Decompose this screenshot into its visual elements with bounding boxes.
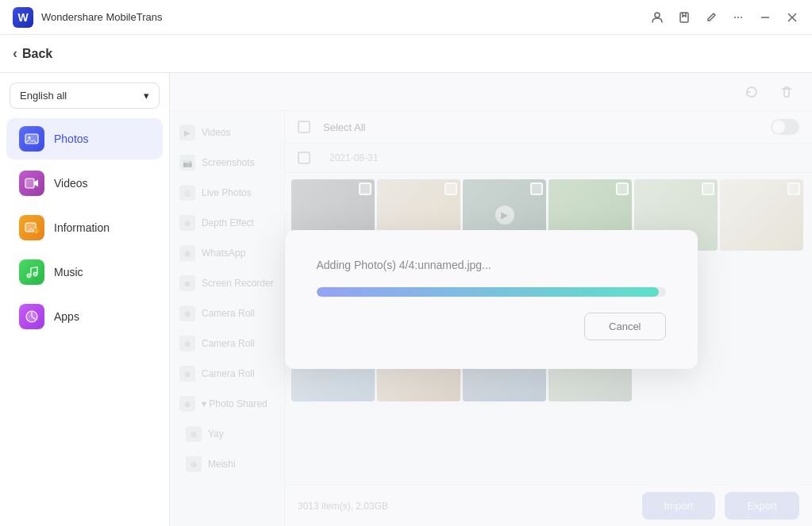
photos-icon — [19, 126, 44, 152]
back-bar: ‹ Back — [0, 35, 812, 73]
dropdown-label: English all — [20, 90, 67, 102]
user-icon[interactable] — [650, 10, 664, 25]
app-logo: W — [13, 7, 33, 28]
sidebar: English all ▾ Photos Videos — [0, 73, 170, 526]
svg-point-0 — [655, 13, 660, 17]
close-icon[interactable] — [785, 10, 799, 25]
dialog-message: Adding Photo(s) 4/4:unnamed.jpg... — [317, 259, 491, 271]
music-icon — [19, 259, 44, 285]
videos-label: Videos — [54, 177, 88, 190]
svg-text:i: i — [36, 230, 37, 234]
edit-icon[interactable] — [704, 10, 718, 25]
svg-point-4 — [741, 17, 742, 18]
logo-letter: W — [17, 11, 28, 24]
svg-point-9 — [29, 136, 31, 139]
back-label: Back — [22, 47, 52, 61]
main-layout: English all ▾ Photos Videos — [0, 73, 812, 526]
sidebar-item-apps[interactable]: Apps — [6, 296, 163, 337]
window-controls — [650, 10, 799, 25]
photos-label: Photos — [54, 132, 89, 145]
info-icon: i — [19, 215, 44, 240]
apps-label: Apps — [54, 310, 79, 323]
svg-rect-10 — [25, 179, 34, 188]
back-arrow: ‹ — [13, 45, 17, 62]
progress-dialog: Adding Photo(s) 4/4:unnamed.jpg... Cance… — [285, 230, 698, 369]
svg-point-15 — [33, 272, 37, 276]
progress-bar-track — [317, 287, 666, 297]
title-bar: W Wondershare MobileTrans — [0, 0, 812, 35]
sidebar-item-photos[interactable]: Photos — [6, 118, 163, 159]
sidebar-item-information[interactable]: i Information — [6, 207, 163, 248]
dropdown-arrow: ▾ — [144, 90, 149, 102]
information-label: Information — [54, 221, 110, 234]
cancel-button[interactable]: Cancel — [584, 313, 665, 340]
overlay: Adding Photo(s) 4/4:unnamed.jpg... Cance… — [170, 73, 812, 526]
app-title: Wondershare MobileTrans — [41, 11, 650, 23]
bookmark-icon[interactable] — [677, 10, 691, 25]
back-button[interactable]: ‹ Back — [13, 45, 52, 62]
minimize-icon[interactable] — [758, 10, 772, 25]
svg-rect-11 — [25, 223, 36, 232]
svg-point-14 — [27, 274, 31, 278]
music-label: Music — [54, 266, 83, 278]
svg-point-3 — [737, 17, 739, 18]
progress-bar-fill — [317, 287, 659, 297]
language-dropdown[interactable]: English all ▾ — [10, 83, 160, 109]
apps-icon — [19, 304, 44, 329]
menu-icon[interactable] — [731, 10, 745, 25]
svg-rect-1 — [680, 13, 688, 22]
dialog-actions: Cancel — [317, 313, 666, 340]
sidebar-item-music[interactable]: Music — [6, 251, 163, 293]
svg-rect-8 — [25, 134, 38, 144]
sidebar-item-videos[interactable]: Videos — [6, 163, 163, 204]
svg-point-2 — [734, 17, 736, 18]
content-area: ▶ Videos 📷 Screenshots ◎ Live Photos ⊕ D… — [170, 73, 812, 526]
videos-icon — [19, 171, 44, 196]
